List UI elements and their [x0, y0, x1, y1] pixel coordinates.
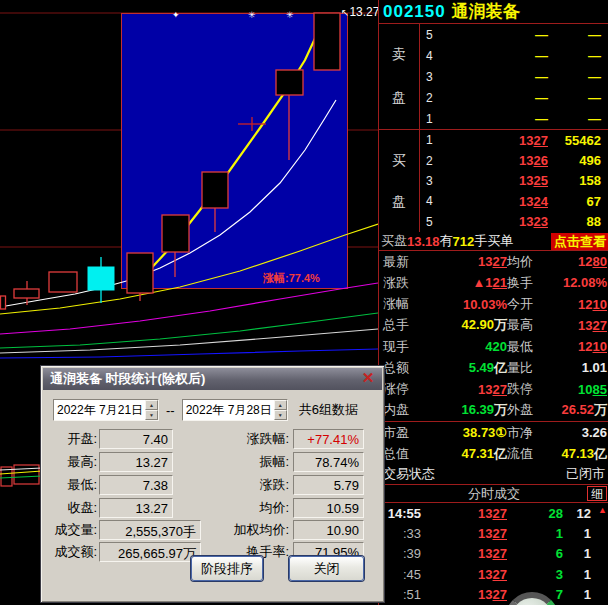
- stat-limit-up: 1327: [427, 382, 507, 397]
- txn-tabbar: 分时成交 细: [379, 484, 608, 503]
- sell-row-5[interactable]: 5——: [420, 24, 608, 45]
- buy-label: 买盘: [379, 130, 419, 232]
- stat-limit-down: 1085: [561, 382, 607, 397]
- stock-code: 002150: [383, 2, 446, 22]
- tick-row[interactable]: 14:5513272812: [379, 503, 608, 523]
- stat-total-lots: 42.90万: [427, 316, 507, 334]
- amplitude-value: 78.74%: [293, 452, 364, 472]
- tab-detail[interactable]: 细: [587, 486, 607, 501]
- date-range-row: 2022年 7月21日 ▲ ▼ -- 2022年 7月28日 ▲ ▼ 共6组数据: [53, 399, 358, 421]
- spinner-up-icon[interactable]: ▲: [274, 400, 287, 410]
- sell-row-1[interactable]: 1——: [420, 108, 608, 129]
- stat-pb: 3.26: [561, 425, 607, 440]
- stats-grid: 最新1327均价1280 涨跌▲121换手12.08% 涨幅10.03%今开12…: [379, 251, 608, 421]
- sell-queue: 卖盘 5—— 4—— 3—— 2—— 1——: [379, 24, 608, 130]
- avg-price-value: 10.59: [293, 498, 364, 518]
- buy-row-5[interactable]: 5132388: [420, 212, 608, 232]
- dialog-title: 通润装备 时段统计(除权后): [50, 370, 205, 388]
- high-value: 13.27: [99, 452, 173, 472]
- stat-latest: 1327: [427, 254, 507, 269]
- highlight-candle: [88, 257, 114, 303]
- stat-vol-ratio: 1.01: [561, 360, 607, 375]
- spinner-up-icon[interactable]: ▲: [145, 400, 158, 410]
- close-icon[interactable]: ✕: [359, 369, 377, 387]
- buy-row-4[interactable]: 4132467: [420, 191, 608, 211]
- click-to-view-button[interactable]: 点击查看: [551, 233, 608, 250]
- quote-panel: 002150 通润装备 卖盘 5—— 4—— 3—— 2—— 1—— 买盘 11…: [378, 0, 608, 605]
- sell-row-3[interactable]: 3——: [420, 66, 608, 87]
- change-value: 5.79: [293, 475, 364, 495]
- volume-pane-remnant: [0, 465, 42, 486]
- stat-change-pct: 10.03%: [427, 297, 507, 312]
- stat-pe: 38.73①: [427, 425, 507, 440]
- buy-queue: 买盘 1132755462 21326496 31325158 4132467 …: [379, 130, 608, 232]
- stat-inner-vol: 16.39万: [427, 401, 507, 419]
- stat-turnover: 12.08%: [561, 275, 607, 290]
- event-marker-icon: ✦: [172, 11, 180, 20]
- stat-amount: 5.49亿: [427, 359, 507, 377]
- date-to-input[interactable]: 2022年 7月28日 ▲ ▼: [182, 399, 288, 421]
- spinner-down-icon[interactable]: ▼: [145, 410, 158, 420]
- stat-change: ▲121: [427, 275, 507, 290]
- period-statistics-dialog: 通润装备 时段统计(除权后) ✕ 2022年 7月21日 ▲ ▼ -- 2022…: [40, 365, 385, 603]
- period-sort-button[interactable]: 阶段排序: [191, 556, 263, 581]
- event-marker-icon: ✳: [286, 11, 294, 20]
- group-count-label: 共6组数据: [299, 401, 358, 419]
- buy-row-2[interactable]: 21326496: [420, 150, 608, 170]
- tick-row[interactable]: :39132761: [379, 544, 608, 564]
- stat-outer-vol: 26.52万: [561, 401, 607, 419]
- trade-status-value: 已闭市: [566, 465, 605, 483]
- spinner-down-icon[interactable]: ▼: [274, 410, 287, 420]
- trade-status-label: 交易状态: [383, 465, 435, 483]
- stat-high: 1327: [561, 318, 607, 333]
- close-value: 13.27: [99, 498, 173, 518]
- tick-row[interactable]: :45132731: [379, 564, 608, 584]
- stock-header: 002150 通润装备: [379, 0, 608, 24]
- weighted-avg-value: 10.90: [293, 520, 364, 540]
- low-value: 7.38: [99, 475, 173, 495]
- open-value: 7.40: [99, 429, 173, 449]
- date-to-spinner: ▲ ▼: [274, 400, 287, 420]
- high-price-label: ↖13.27: [341, 5, 379, 19]
- stat-low: 1210: [561, 339, 607, 354]
- sell-label: 卖盘: [379, 24, 419, 129]
- buy-row-3[interactable]: 31325158: [420, 171, 608, 191]
- sell-row-4[interactable]: 4——: [420, 45, 608, 66]
- stat-total-value: 47.31亿: [427, 445, 507, 463]
- range-gain-label: 涨幅:77.4%: [263, 271, 320, 286]
- date-from-input[interactable]: 2022年 7月21日 ▲ ▼: [53, 399, 159, 421]
- amount-value: 265,665.97万: [99, 542, 201, 562]
- change-pct-value: +77.41%: [293, 429, 364, 449]
- dialog-titlebar[interactable]: 通润装备 时段统计(除权后): [43, 368, 382, 390]
- event-marker-icon: ✳: [248, 11, 256, 20]
- volume-value: 2,555,370手: [99, 520, 201, 540]
- tick-trade-list: 14:5513272812 :33132711 :39132761 :45132…: [379, 503, 608, 605]
- sell-row-2[interactable]: 2——: [420, 87, 608, 108]
- date-from-spinner: ▲ ▼: [145, 400, 158, 420]
- stat-avg-price: 1280: [561, 254, 607, 269]
- stat-float-value: 47.13亿: [561, 445, 607, 463]
- stat-open: 1210: [561, 297, 607, 312]
- tick-row[interactable]: :51132771: [379, 585, 608, 605]
- tick-row[interactable]: :33132711: [379, 523, 608, 543]
- buy-order-notice: 买盘13.18有712手买单 点击查看: [379, 232, 608, 251]
- date-separator: --: [166, 403, 175, 418]
- stock-name: 通润装备: [452, 0, 520, 23]
- close-button[interactable]: 关闭: [289, 556, 364, 581]
- trade-status-row: 交易状态 已闭市: [379, 463, 608, 484]
- scroll-up-arrow-icon[interactable]: ▲: [598, 505, 607, 515]
- stats-grid-2: 市盈38.73①市净3.26 总值47.31亿流值47.13亿: [379, 422, 608, 464]
- buy-row-1[interactable]: 1132755462: [420, 130, 608, 150]
- stat-current-lots: 420: [427, 339, 507, 354]
- tab-tick-trades[interactable]: 分时成交: [468, 485, 520, 503]
